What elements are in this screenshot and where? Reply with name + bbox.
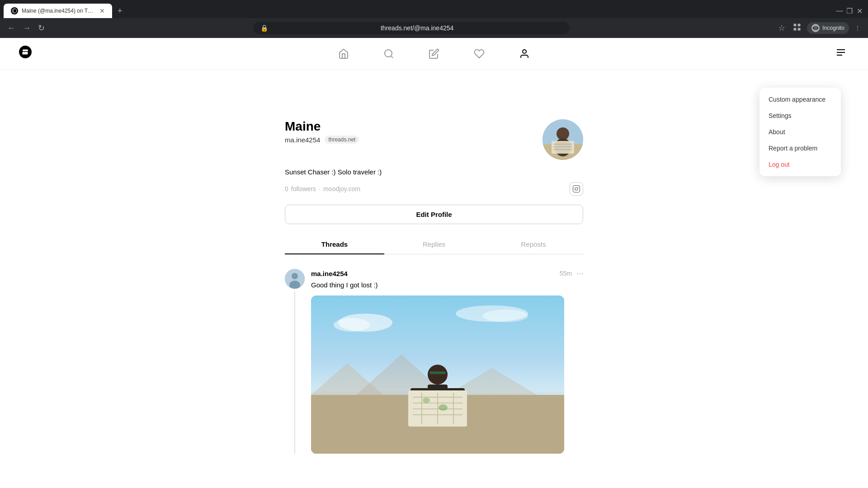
incognito-label: Incognito <box>822 25 844 31</box>
svg-point-28 <box>334 318 370 332</box>
thread-post: ma.ine4254 55m ··· Good thing I got lost… <box>285 262 583 461</box>
edit-profile-button[interactable]: Edit Profile <box>285 205 583 224</box>
svg-rect-2 <box>798 23 801 26</box>
profile-area: Maine ma.ine4254 threads.net <box>276 101 592 461</box>
post-username[interactable]: ma.ine4254 <box>311 270 348 277</box>
followers-count: 0 <box>285 185 288 192</box>
dropdown-item-report[interactable]: Report a problem <box>760 140 841 156</box>
refresh-button[interactable]: ↻ <box>36 21 47 35</box>
active-tab[interactable]: Maine (@ma.ine4254) on Threa... ✕ <box>4 4 112 18</box>
post-header: ma.ine4254 55m ··· <box>311 269 583 278</box>
tab-threads[interactable]: Threads <box>285 235 384 254</box>
svg-point-22 <box>578 187 579 188</box>
browser-menu-button[interactable]: ⋮ <box>853 23 863 33</box>
profile-avatar <box>542 119 583 160</box>
post-time: 55m <box>560 270 572 277</box>
svg-point-14 <box>557 127 569 140</box>
profile-name: Maine <box>285 119 359 134</box>
svg-point-7 <box>523 50 526 53</box>
secure-icon: 🔒 <box>260 24 268 32</box>
window-controls: — ❐ ✕ <box>836 8 868 14</box>
svg-rect-36 <box>429 371 446 374</box>
nav-activity-icon[interactable] <box>470 45 488 63</box>
svg-point-24 <box>292 273 298 279</box>
thread-line <box>294 291 295 454</box>
tab-close-btn[interactable]: ✕ <box>99 7 105 14</box>
instagram-icon[interactable] <box>570 182 583 196</box>
threads-nav <box>0 38 868 70</box>
dropdown-item-appearance[interactable]: Custom appearance <box>760 91 841 108</box>
svg-rect-3 <box>794 28 797 30</box>
profile-stats: 0 followers · moodjoy.com <box>285 182 583 196</box>
back-button[interactable]: ← <box>5 22 17 35</box>
post-text: Good thing I got lost :) <box>311 280 583 291</box>
profile-info: Maine ma.ine4254 threads.net <box>285 119 359 144</box>
svg-point-35 <box>428 365 448 385</box>
svg-rect-20 <box>573 185 580 192</box>
followers-label: followers <box>291 185 316 192</box>
post-image-inner <box>311 296 564 454</box>
svg-point-30 <box>483 310 528 322</box>
incognito-badge[interactable]: Incognito <box>807 22 849 34</box>
profile-bio: Sunset Chaser :) Solo traveler :) <box>285 167 583 178</box>
profile-header: Maine ma.ine4254 threads.net <box>285 119 583 160</box>
post-meta: 55m ··· <box>560 269 583 278</box>
dropdown-item-about[interactable]: About <box>760 124 841 140</box>
post-image <box>311 296 564 454</box>
separator-dot: · <box>319 185 321 192</box>
window-restore-btn[interactable]: ❐ <box>846 8 853 14</box>
profile-website[interactable]: moodjoy.com <box>323 185 360 192</box>
tab-title: Maine (@ma.ine4254) on Threa... <box>22 8 96 14</box>
nav-icons <box>335 45 533 63</box>
tab-replies[interactable]: Replies <box>384 235 484 254</box>
svg-point-49 <box>439 404 448 411</box>
dropdown-item-logout[interactable]: Log out <box>760 156 841 173</box>
window-minimize-btn[interactable]: — <box>836 8 843 14</box>
svg-point-48 <box>423 398 430 403</box>
window-close-btn[interactable]: ✕ <box>856 8 863 14</box>
nav-menu-button[interactable] <box>832 43 850 64</box>
browser-chrome: Maine (@ma.ine4254) on Threa... ✕ + — ❐ … <box>0 0 868 38</box>
nav-compose-icon[interactable] <box>425 45 443 63</box>
new-tab-button[interactable]: + <box>114 5 126 18</box>
dropdown-item-settings[interactable]: Settings <box>760 108 841 124</box>
svg-line-6 <box>391 56 393 57</box>
forward-button[interactable]: → <box>21 22 33 35</box>
bookmark-button[interactable]: ☆ <box>776 21 787 35</box>
nav-profile-icon[interactable] <box>515 45 533 63</box>
post-more-button[interactable]: ··· <box>576 269 583 278</box>
svg-rect-16 <box>552 141 574 154</box>
nav-home-icon[interactable] <box>335 45 353 63</box>
post-avatar[interactable] <box>285 269 305 289</box>
post-avatar-col <box>285 269 305 454</box>
svg-point-21 <box>575 188 578 190</box>
page-content: Maine ma.ine4254 threads.net <box>0 38 868 488</box>
profile-stats-left: 0 followers · moodjoy.com <box>285 185 360 192</box>
tab-reposts[interactable]: Reposts <box>484 235 583 254</box>
address-bar-row: ← → ↻ 🔒 threads.net/@ma.ine4254 ☆ Incogn… <box>0 18 868 38</box>
incognito-icon <box>811 24 820 32</box>
svg-point-5 <box>385 50 392 57</box>
dropdown-menu: Custom appearance Settings About Report … <box>760 88 841 176</box>
extensions-button[interactable] <box>791 21 803 36</box>
svg-rect-4 <box>798 28 801 30</box>
profile-handle-row: ma.ine4254 threads.net <box>285 136 359 144</box>
threads-badge[interactable]: threads.net <box>325 136 359 144</box>
threads-logo[interactable] <box>18 45 33 63</box>
nav-search-icon[interactable] <box>380 45 398 63</box>
post-content: ma.ine4254 55m ··· Good thing I got lost… <box>311 269 583 454</box>
tab-favicon <box>11 7 18 14</box>
profile-handle: ma.ine4254 <box>285 136 320 144</box>
address-bar[interactable]: 🔒 threads.net/@ma.ine4254 <box>253 22 570 34</box>
svg-rect-1 <box>794 23 797 26</box>
tab-bar: Maine (@ma.ine4254) on Threa... ✕ + — ❐ … <box>0 0 868 18</box>
profile-tabs: Threads Replies Reposts <box>285 235 583 254</box>
url-text: threads.net/@ma.ine4254 <box>272 24 562 32</box>
